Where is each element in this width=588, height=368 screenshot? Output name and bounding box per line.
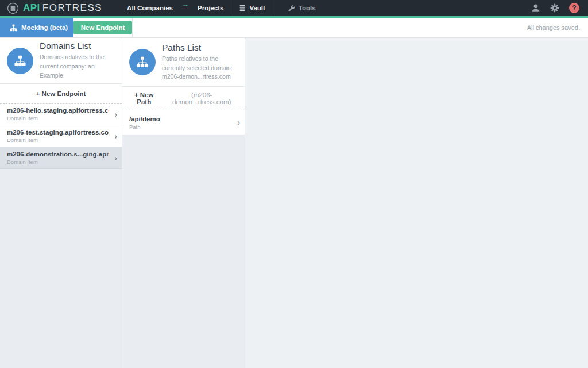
gear-icon[interactable] bbox=[550, 3, 559, 13]
navbar-right-icons: ? bbox=[531, 3, 588, 13]
nav-projects[interactable]: Projects bbox=[190, 0, 231, 16]
list-item-name: m206-hello.staging.apifortress.com bbox=[7, 107, 109, 114]
domains-panel-header: Domains List Domains relatives to the cu… bbox=[0, 38, 122, 84]
new-endpoint-action-row[interactable]: + New Endpoint bbox=[0, 84, 122, 103]
nav-vault[interactable]: Vault bbox=[231, 0, 272, 16]
top-navbar: API FORTRESS All Companies → Projects bbox=[0, 0, 588, 18]
domain-list: m206-hello.staging.apifortress.com Domai… bbox=[0, 103, 122, 169]
apifortress-logo[interactable]: API FORTRESS bbox=[0, 0, 111, 16]
list-item[interactable]: m206-demonstration.s...ging.apifortress.… bbox=[0, 147, 122, 169]
app-window: API FORTRESS All Companies → Projects bbox=[0, 0, 588, 368]
tab-toolbar: Mocking (beta) New Endpoint All changes … bbox=[0, 18, 588, 38]
list-item[interactable]: /api/demo Path › bbox=[122, 110, 245, 135]
new-path-action-row[interactable]: + New Path (m206-demon...rtress.com) bbox=[122, 87, 245, 110]
detail-area-empty bbox=[245, 38, 588, 368]
nav-tools-label: Tools bbox=[299, 5, 316, 12]
list-item[interactable]: m206-hello.staging.apifortress.com Domai… bbox=[0, 103, 122, 125]
path-list: /api/demo Path › bbox=[122, 110, 245, 135]
new-endpoint-button[interactable]: New Endpoint bbox=[74, 21, 133, 34]
fortress-logo-icon bbox=[7, 2, 19, 14]
main-content: Domains List Domains relatives to the cu… bbox=[0, 38, 588, 368]
domains-panel-title: Domains List bbox=[40, 41, 115, 51]
list-item-type: Domain Item bbox=[7, 159, 109, 165]
new-endpoint-action-label: + New Endpoint bbox=[36, 90, 86, 97]
chevron-right-icon: › bbox=[114, 154, 117, 163]
nav-tools[interactable]: Tools bbox=[273, 0, 330, 16]
logo-text-api: API bbox=[23, 2, 40, 14]
new-path-action-label: + New Path bbox=[127, 91, 161, 105]
nav-projects-label: Projects bbox=[198, 5, 223, 12]
paths-header-text: Paths List Paths relatives to the curren… bbox=[162, 43, 238, 82]
paths-sitemap-icon bbox=[129, 49, 156, 75]
domains-header-text: Domains List Domains relatives to the cu… bbox=[40, 41, 115, 80]
list-item[interactable]: m206-test.staging.apifortress.com Domain… bbox=[0, 125, 122, 147]
chevron-right-icon: › bbox=[114, 132, 117, 141]
paths-panel-header: Paths List Paths relatives to the curren… bbox=[122, 38, 245, 87]
user-icon[interactable] bbox=[531, 3, 540, 13]
breadcrumb-arrow-icon: → bbox=[180, 0, 190, 16]
tab-mocking-beta[interactable]: Mocking (beta) bbox=[0, 18, 74, 37]
save-status-text: All changes saved. bbox=[527, 24, 588, 31]
nav-all-companies-label: All Companies bbox=[127, 5, 173, 12]
domains-panel: Domains List Domains relatives to the cu… bbox=[0, 38, 122, 368]
list-item-type: Path bbox=[129, 124, 232, 130]
list-item-name: m206-demonstration.s...ging.apifortress.… bbox=[7, 151, 109, 158]
tab-mocking-label: Mocking (beta) bbox=[21, 24, 68, 31]
nav-vault-label: Vault bbox=[249, 5, 265, 12]
navbar-menu: All Companies → Projects Vault bbox=[119, 0, 330, 16]
help-icon[interactable]: ? bbox=[569, 3, 579, 13]
list-item-type: Domain Item bbox=[7, 115, 109, 121]
database-icon bbox=[239, 5, 246, 12]
list-item-name: m206-test.staging.apifortress.com bbox=[7, 129, 109, 136]
logo-text-fortress: FORTRESS bbox=[42, 2, 102, 14]
sitemap-icon bbox=[10, 24, 17, 32]
nav-all-companies[interactable]: All Companies bbox=[119, 0, 180, 16]
domains-sitemap-icon bbox=[7, 48, 33, 74]
wrench-icon bbox=[288, 5, 295, 12]
chevron-right-icon: › bbox=[237, 118, 240, 127]
paths-panel-subtitle: Paths relatives to the currently selecte… bbox=[162, 55, 238, 82]
list-item-type: Domain Item bbox=[7, 137, 109, 143]
paths-panel-title: Paths List bbox=[162, 43, 238, 53]
new-endpoint-button-area: New Endpoint bbox=[74, 18, 133, 37]
domains-panel-subtitle: Domains relatives to the current company… bbox=[40, 53, 115, 80]
list-item-name: /api/demo bbox=[129, 116, 232, 122]
new-path-action-suffix: (m206-demon...rtress.com) bbox=[163, 91, 240, 105]
paths-panel: Paths List Paths relatives to the curren… bbox=[122, 38, 245, 368]
chevron-right-icon: › bbox=[114, 110, 117, 119]
help-question-mark: ? bbox=[572, 4, 576, 12]
